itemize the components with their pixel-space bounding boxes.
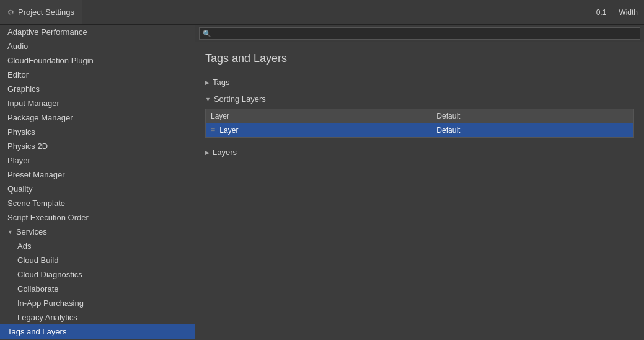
sidebar-item-physics[interactable]: Physics <box>0 125 195 139</box>
sidebar-item-tags-and-layers[interactable]: Tags and Layers <box>0 324 195 339</box>
sidebar-label-legacy-analytics: Legacy Analytics <box>17 313 77 322</box>
layers-label: Layers <box>213 148 237 157</box>
sidebar-item-input-manager[interactable]: Input Manager <box>0 96 195 110</box>
content-body: Tags and Layers ▶ Tags ▼ Sorting Layers … <box>195 42 644 340</box>
sidebar-label-ads: Ads <box>17 241 31 251</box>
sidebar-item-package-manager[interactable]: Package Manager <box>0 110 195 125</box>
sidebar-item-legacy-analytics[interactable]: Legacy Analytics <box>0 310 195 324</box>
sidebar-label-input-manager: Input Manager <box>7 99 60 108</box>
sidebar-item-collaborate[interactable]: Collaborate <box>0 282 195 296</box>
layers-section-header[interactable]: ▶ Layers <box>205 145 634 159</box>
sidebar: Adaptive PerformanceAudioCloudFoundation… <box>0 25 195 340</box>
width-value: 0.1 <box>596 8 607 17</box>
sidebar-item-script-execution-order[interactable]: Script Execution Order <box>0 210 195 225</box>
main-layout: Adaptive PerformanceAudioCloudFoundation… <box>0 25 644 340</box>
sidebar-label-graphics: Graphics <box>7 84 40 94</box>
sorting-layers-table: Layer Default ≡ Layer Default <box>205 109 634 138</box>
sidebar-label-preset-manager: Preset Manager <box>7 170 65 179</box>
search-wrapper: 🔍 <box>199 27 640 40</box>
sidebar-item-audio[interactable]: Audio <box>0 39 195 53</box>
sidebar-label-physics-2d: Physics 2D <box>7 141 48 151</box>
sidebar-section-label-services: Services <box>16 227 47 236</box>
sidebar-item-services[interactable]: ▼Services <box>0 225 195 239</box>
project-settings-tab[interactable]: ⚙ Project Settings <box>0 0 82 24</box>
sidebar-item-quality[interactable]: Quality <box>0 182 195 196</box>
sidebar-label-editor: Editor <box>7 70 29 79</box>
tab-label: Project Settings <box>18 7 74 17</box>
search-input[interactable] <box>199 27 640 40</box>
sidebar-item-cloud-build[interactable]: Cloud Build <box>0 253 195 267</box>
top-right-info: 0.1 Width <box>596 8 644 17</box>
sorting-layers-section-header[interactable]: ▼ Sorting Layers <box>205 92 634 106</box>
tags-label: Tags <box>213 78 229 87</box>
sidebar-item-cloud-foundation-plugin[interactable]: CloudFoundation Plugin <box>0 53 195 68</box>
sidebar-item-cloud-diagnostics[interactable]: Cloud Diagnostics <box>0 267 195 282</box>
sidebar-label-collaborate: Collaborate <box>17 284 59 293</box>
sidebar-label-adaptive-performance: Adaptive Performance <box>7 27 87 37</box>
sidebar-item-graphics[interactable]: Graphics <box>0 82 195 96</box>
sidebar-item-physics-2d[interactable]: Physics 2D <box>0 139 195 153</box>
sidebar-label-in-app-purchasing: In-App Purchasing <box>17 298 84 308</box>
sidebar-item-ads[interactable]: Ads <box>0 239 195 253</box>
sidebar-label-quality: Quality <box>7 184 32 194</box>
sidebar-label-package-manager: Package Manager <box>7 113 73 122</box>
sidebar-label-cloud-foundation-plugin: CloudFoundation Plugin <box>7 56 94 65</box>
sorting-layers-triangle: ▼ <box>205 96 211 102</box>
section-triangle-services: ▼ <box>7 229 13 235</box>
sidebar-label-audio: Audio <box>7 42 28 51</box>
sidebar-item-adaptive-performance[interactable]: Adaptive Performance <box>0 25 195 39</box>
content-area: 🔍 Tags and Layers ▶ Tags ▼ Sorting Layer… <box>195 25 644 340</box>
sidebar-item-preset-manager[interactable]: Preset Manager <box>0 168 195 182</box>
sidebar-label-scene-template: Scene Template <box>7 199 65 208</box>
tags-section-header[interactable]: ▶ Tags <box>205 75 634 89</box>
sidebar-item-scene-template[interactable]: Scene Template <box>0 196 195 210</box>
sidebar-label-player: Player <box>7 156 30 165</box>
sidebar-label-physics: Physics <box>7 127 35 136</box>
search-bar: 🔍 <box>195 25 644 42</box>
width-label: Width <box>619 8 638 17</box>
sidebar-label-script-execution-order: Script Execution Order <box>7 213 89 222</box>
tags-triangle: ▶ <box>205 79 210 86</box>
sidebar-label-tags-and-layers: Tags and Layers <box>7 327 66 336</box>
top-bar: ⚙ Project Settings 0.1 Width <box>0 0 644 25</box>
table-row[interactable]: ≡ Layer Default <box>206 123 634 138</box>
row-default-cell: Default <box>431 123 634 138</box>
column-layer: Layer <box>206 109 431 123</box>
sidebar-label-cloud-diagnostics: Cloud Diagnostics <box>17 270 82 279</box>
column-default: Default <box>431 109 634 123</box>
gear-icon: ⚙ <box>7 8 14 17</box>
row-layer-cell: ≡ Layer <box>206 123 431 138</box>
sidebar-label-cloud-build: Cloud Build <box>17 256 59 265</box>
layers-triangle: ▶ <box>205 150 210 156</box>
page-title: Tags and Layers <box>205 52 634 65</box>
row-handle-icon: ≡ <box>211 126 215 135</box>
sidebar-item-player[interactable]: Player <box>0 153 195 168</box>
sorting-layers-label: Sorting Layers <box>214 94 266 104</box>
sidebar-item-in-app-purchasing[interactable]: In-App Purchasing <box>0 296 195 310</box>
sidebar-item-editor[interactable]: Editor <box>0 68 195 82</box>
row-layer-label: Layer <box>219 126 238 135</box>
